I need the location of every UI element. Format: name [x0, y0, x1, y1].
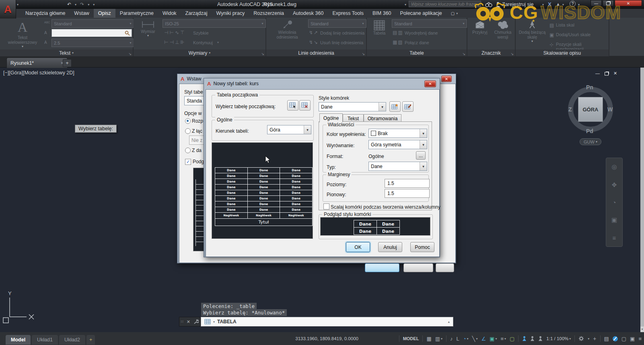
navbar-pan-icon[interactable]: ✥ — [612, 181, 617, 189]
dynamic-input-icon[interactable]: ♪ — [450, 336, 453, 342]
wstaw-radio-link-label[interactable]: Z łąc — [192, 128, 202, 134]
format-browse-button[interactable]: ... — [416, 151, 426, 160]
mleader-button[interactable]: Wielolinia odniesienia — [268, 20, 307, 39]
wstaw-cancel-button-partial[interactable] — [403, 263, 433, 272]
application-menu-button[interactable]: A — [0, 0, 16, 18]
search-binoculars-icon[interactable] — [485, 2, 492, 7]
merge-cells-checkbox[interactable] — [323, 203, 329, 209]
tab-model[interactable]: Model — [6, 335, 31, 345]
wrench-icon[interactable] — [193, 319, 199, 324]
command-caret-icon[interactable]: ▾ — [213, 320, 215, 324]
vertical-scrollbar[interactable] — [640, 68, 644, 327]
extract-data-label[interactable]: Wyodrębnij dane — [405, 31, 438, 35]
save-as-icon[interactable] — [49, 2, 54, 7]
autotrack-icon[interactable]: ∠ — [481, 336, 486, 342]
tab-polecane-aplikacje[interactable]: Polecane aplikacje — [396, 9, 446, 18]
viewport-minimize-icon[interactable]: — — [595, 71, 600, 76]
panel-footer-znacznik[interactable]: Znacznik ↘ — [467, 49, 515, 56]
help-caret-icon[interactable]: ▾ — [578, 3, 580, 6]
viewcube-ucs-menu[interactable]: GUW ▾ — [580, 138, 601, 145]
tab-ogolne[interactable]: Ogólne — [319, 113, 343, 123]
graphics-performance-icon[interactable] — [613, 336, 618, 341]
tab-wstaw[interactable]: Wstaw — [70, 9, 94, 18]
selection-cycling-icon[interactable]: ▢ — [510, 336, 514, 342]
annotation-visibility-icon[interactable] — [522, 336, 527, 341]
redo-icon[interactable]: ↷ — [80, 2, 84, 7]
annotation-monitor-icon[interactable]: + — [593, 335, 596, 342]
wstaw-radio-empty-label[interactable]: Rozp — [192, 118, 203, 124]
annotation-scale-value[interactable]: 1:1 / 100%▾ — [546, 336, 571, 341]
alignment-combo[interactable]: Góra symetria ▾ — [368, 140, 427, 149]
open-file-icon[interactable] — [30, 2, 36, 7]
viewport-restore-icon[interactable] — [605, 72, 609, 76]
qat-customize-icon[interactable]: ▾ — [93, 3, 95, 6]
window-minimize-button[interactable]: — — [591, 0, 602, 6]
wstaw-preview-checkbox[interactable]: ✓ — [185, 159, 191, 165]
isolate-objects-icon[interactable]: ▤ — [604, 336, 609, 342]
extract-data-icons[interactable]: ▤▥ — [393, 30, 403, 35]
text-style-combo[interactable]: Standard ▾ — [51, 19, 134, 28]
autoscale-icon[interactable] — [530, 336, 535, 341]
navbar-orbit-icon[interactable]: ▣ — [611, 216, 617, 224]
find-text-input[interactable] — [51, 29, 132, 37]
exchange-icon[interactable]: X — [548, 1, 551, 7]
ortho-mode-icon[interactable]: L — [456, 336, 459, 342]
link-data-icons[interactable]: ▦▧ — [393, 39, 403, 45]
table-direction-combo[interactable]: Góra ▾ — [267, 125, 311, 134]
dialog-launcher-icon[interactable]: ↘ — [128, 52, 132, 56]
signin-caret-icon[interactable]: ▾ — [542, 3, 544, 6]
table-button[interactable]: Tabela — [369, 20, 389, 35]
select-start-table-button[interactable] — [287, 100, 298, 111]
dim-tools-row1-icons[interactable]: ⊣⊢∿⊤ — [164, 30, 185, 35]
add-remove-scale-label[interactable]: Dodaj/Usuń skale — [556, 32, 591, 37]
dim-style-combo[interactable]: ISO-25 ▾ — [163, 19, 266, 28]
redo-caret-icon[interactable]: ▾ — [88, 3, 89, 6]
scale-list-label[interactable]: Lista skal — [556, 23, 574, 27]
quick-dim-label[interactable]: Szybkie — [193, 31, 209, 35]
tab-bim-360[interactable]: BIM 360 — [368, 9, 396, 18]
polar-tracking-icon[interactable]: ◔▾ — [463, 336, 469, 342]
tab-widok[interactable]: Widok — [158, 9, 181, 18]
type-combo[interactable]: Dane ▾ — [368, 162, 427, 171]
wstaw-help-button-partial[interactable] — [436, 263, 454, 272]
snap-mode-icon[interactable]: ▥▾ — [435, 336, 442, 342]
style-dialog-close-button[interactable]: ✕ — [424, 80, 436, 87]
cancel-button[interactable]: Anuluj — [378, 242, 402, 252]
revcloud-button[interactable]: Chmurka wersji — [492, 20, 514, 39]
table-style-combo[interactable]: Standard ▾ — [392, 19, 467, 28]
add-leader-label[interactable]: Dodaj linię odniesienia — [320, 31, 364, 35]
grid-display-icon[interactable]: ▦ — [426, 336, 431, 342]
chevron-down-icon[interactable]: ▾ — [304, 125, 311, 134]
horizontal-margin-input[interactable]: 1.5 — [385, 179, 430, 188]
wstaw-radio-empty[interactable] — [185, 118, 191, 124]
viewport-close-icon[interactable]: ✕ — [613, 71, 617, 76]
lineweight-icon[interactable]: ≡▾ — [500, 336, 506, 342]
wstaw-ok-button-partial[interactable] — [365, 263, 399, 272]
new-layout-button[interactable]: + — [86, 335, 95, 345]
continue-dim-label[interactable]: Kontynuuj — [193, 40, 213, 45]
wstaw-radio-object[interactable] — [185, 148, 191, 153]
create-cell-style-button[interactable] — [389, 101, 401, 112]
scrollbar-down-icon[interactable]: ▾ — [640, 327, 644, 332]
wstaw-radio-object-label[interactable]: Z da — [192, 148, 202, 153]
app-menu-caret-icon[interactable]: ▾ — [17, 3, 19, 6]
command-input[interactable]: ▾ TABELA ▴ — [201, 317, 453, 327]
object-snap-icon[interactable]: ▣▾ — [490, 336, 497, 342]
navbar-more-icon[interactable]: ≡ — [613, 234, 616, 241]
tab-uklad1[interactable]: Układ1 — [32, 335, 58, 345]
undo-caret-icon[interactable]: ▾ — [75, 3, 76, 6]
continue-caret-icon[interactable]: ▾ — [217, 41, 219, 44]
link-data-label[interactable]: Połącz dane — [405, 40, 429, 45]
model-space-button[interactable]: MODEL — [403, 336, 419, 341]
command-bar-grip[interactable]: ∷ ✕ — [179, 317, 201, 327]
viewcube-west[interactable]: Z — [568, 106, 572, 113]
help-icon[interactable]: ? — [570, 1, 576, 7]
ok-button[interactable]: OK — [346, 242, 370, 252]
remove-start-table-button[interactable] — [299, 100, 311, 111]
signin-person-icon[interactable] — [496, 2, 500, 7]
workspace-caret-icon[interactable]: ▾ — [588, 337, 589, 341]
tab-uklad2[interactable]: Układ2 — [59, 335, 85, 345]
undo-icon[interactable]: ↶ — [67, 2, 71, 7]
panel-footer-wymiary[interactable]: Wymiary ▾ ↘ — [134, 49, 265, 56]
tab-opisz[interactable]: Opisz — [94, 9, 115, 18]
